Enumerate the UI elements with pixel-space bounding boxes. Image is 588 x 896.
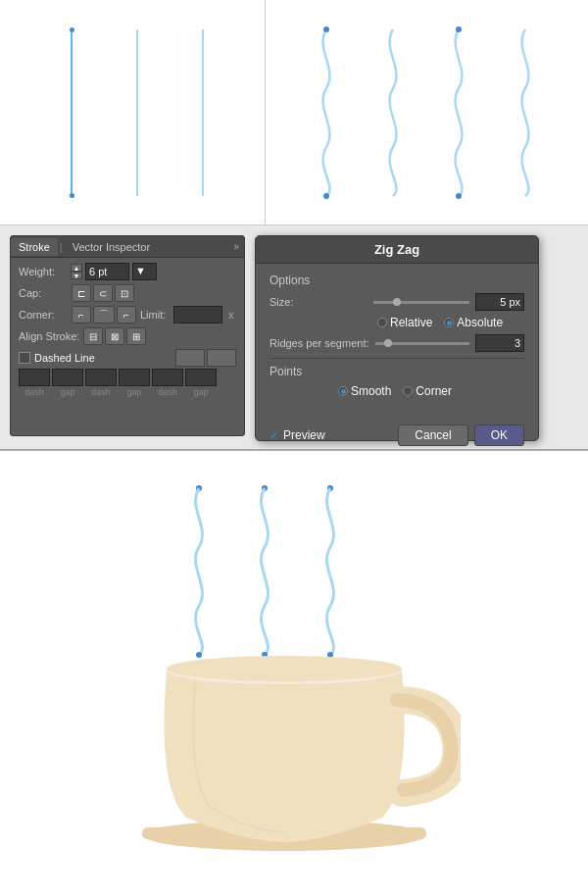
dash3-label: dash [158,387,177,397]
weight-unit-dropdown[interactable]: ▼ [132,263,157,280]
weight-spinner[interactable]: ▲ ▼ [71,264,82,279]
cap-square-btn[interactable]: ⊡ [115,284,134,302]
dash1-group: dash [19,369,50,397]
smooth-label: Smooth [351,384,391,398]
gap3-input[interactable] [185,369,217,386]
cap-row: Cap: ⊏ ⊂ ⊡ [19,284,236,302]
dash3-group: dash [152,369,183,397]
svg-point-2 [456,26,462,32]
gap3-group: gap [185,369,217,397]
panel-menu-arrow[interactable]: » [228,241,244,252]
corner-label: Corner [416,384,452,398]
dialog-buttons: Cancel OK [398,424,524,446]
corner-buttons: ⌐ ⌒ ⌐ [72,306,136,324]
wavy-line-1 [300,20,354,206]
panel-body: Weight: ▲ ▼ ▼ Cap: ⊏ ⊂ ⊡ Corner: [11,258,244,402]
absolute-label: Absolute [457,316,503,329]
corner-miter-btn[interactable]: ⌐ [72,306,91,324]
size-label: Size: [270,296,368,308]
dashed-line-row: Dashed Line [19,349,236,367]
dash1-input[interactable] [19,369,50,386]
size-slider-thumb [393,298,401,306]
dash-preset-2[interactable] [207,349,236,367]
dashed-label: Dashed Line [34,352,95,364]
check-icon: ✓ [270,428,279,442]
ridges-slider[interactable] [375,342,470,345]
limit-input[interactable] [173,306,222,324]
dialog-body: Options Size: Relative Abso [256,264,538,413]
weight-up[interactable]: ▲ [71,264,82,272]
weight-label: Weight: [19,266,68,277]
align-center-btn[interactable]: ⊟ [83,327,103,345]
bottom-canvas-section [0,451,588,896]
stroke-tab[interactable]: Stroke [11,238,58,256]
align-outside-btn[interactable]: ⊞ [126,327,146,345]
cancel-button[interactable]: Cancel [398,424,467,446]
corner-row: Corner: ⌐ ⌒ ⌐ Limit: x [19,306,236,324]
coffee-cup-container [127,592,461,857]
limit-label: Limit: [140,309,170,321]
vector-inspector-label: Vector Inspector [73,241,151,253]
corner-bevel-btn[interactable]: ⌐ [117,306,136,324]
svg-point-0 [323,26,329,32]
points-label: Points [270,365,524,378]
weight-input[interactable] [85,263,129,280]
align-inside-btn[interactable]: ⊠ [105,327,124,345]
panel-tab-bar: Stroke | Vector Inspector » [11,236,244,258]
smooth-circle [338,386,348,396]
ridges-input[interactable] [475,334,524,352]
size-slider[interactable] [373,301,469,304]
weight-down[interactable]: ▼ [71,272,82,279]
dash3-input[interactable] [152,369,183,386]
ok-button[interactable]: OK [474,424,524,446]
gap1-group: gap [52,369,83,397]
middle-section: Stroke | Vector Inspector » Weight: ▲ ▼ … [0,225,588,451]
size-input[interactable] [475,293,524,311]
gap1-label: gap [60,387,74,397]
smooth-radio[interactable]: Smooth [338,384,391,398]
straight-line-2[interactable] [136,29,138,196]
dash2-label: dash [91,387,111,397]
endpoint-bottom [70,193,74,198]
vector-inspector-tab[interactable]: Vector Inspector [65,238,159,256]
absolute-radio[interactable]: Absolute [444,316,503,329]
svg-point-3 [456,193,462,199]
ridges-slider-thumb [384,339,392,347]
stroke-panel: Stroke | Vector Inspector » Weight: ▲ ▼ … [10,235,245,436]
relative-absolute-row: Relative Absolute [368,316,524,329]
points-row: Smooth Corner [328,384,524,398]
preview-label: Preview [283,428,325,442]
svg-point-13 [167,656,402,681]
straight-line-3[interactable] [202,29,204,196]
dash2-input[interactable] [85,369,117,386]
relative-radio[interactable]: Relative [377,316,432,329]
cap-label: Cap: [19,287,68,299]
stroke-tab-label: Stroke [19,241,50,253]
dash-preset-1[interactable] [175,349,205,367]
gap2-label: gap [126,387,141,397]
wavy-line-2 [367,20,420,206]
cap-buttons: ⊏ ⊂ ⊡ [72,284,134,302]
weight-row: Weight: ▲ ▼ ▼ [19,263,236,280]
coffee-cup-svg [127,592,461,857]
relative-absolute-radios: Relative Absolute [377,316,503,329]
dialog-title: Zig Zag [256,236,538,264]
dashed-checkbox[interactable] [19,352,30,364]
gap2-group: gap [119,369,150,397]
cap-round-btn[interactable]: ⊂ [93,284,113,302]
corner-radio[interactable]: Corner [403,384,452,398]
corner-round-btn[interactable]: ⌒ [93,306,115,324]
corner-label: Corner: [19,309,68,321]
svg-point-1 [323,193,329,199]
cap-butt-btn[interactable]: ⊏ [72,284,91,302]
endpoint-top [70,27,74,32]
dash-inputs-row: dash gap dash gap dash [19,369,236,397]
corner-circle [403,386,413,396]
zigzag-dialog: Zig Zag Options Size: Relative [255,235,539,441]
straight-line-1[interactable] [71,29,73,196]
gap1-input[interactable] [52,369,83,386]
relative-circle [377,318,387,327]
gap2-input[interactable] [119,369,150,386]
straight-lines-area [20,10,255,216]
wavy-line-3 [432,20,486,206]
